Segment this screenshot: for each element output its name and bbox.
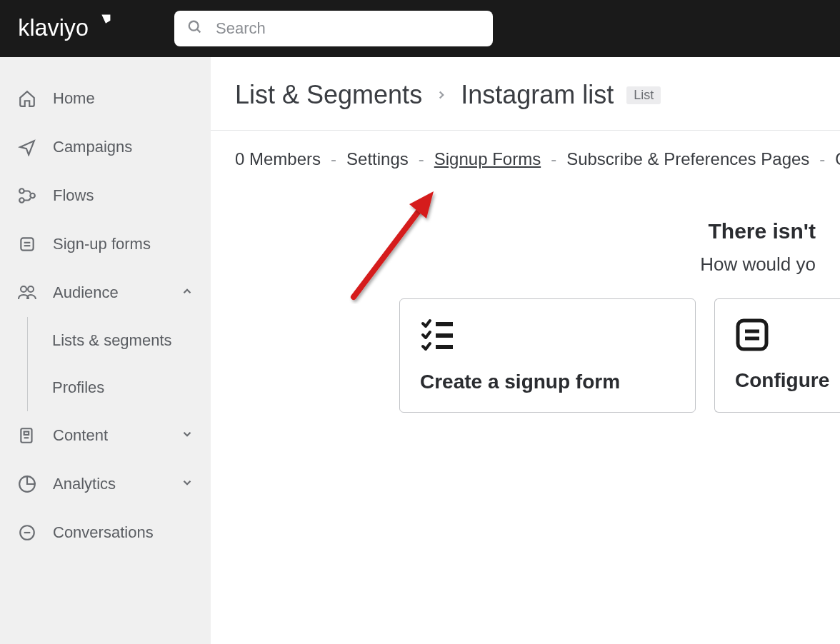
- svg-rect-17: [436, 322, 453, 326]
- send-icon: [17, 137, 37, 157]
- form-icon: [17, 234, 37, 254]
- card-configure[interactable]: Configure: [714, 298, 840, 413]
- content-icon: [17, 426, 37, 446]
- tab-separator: -: [819, 149, 825, 169]
- flow-icon: [17, 186, 37, 206]
- svg-point-11: [28, 286, 34, 292]
- sidebar-item-analytics[interactable]: Analytics: [0, 460, 211, 508]
- chat-icon: [17, 523, 37, 543]
- sidebar-item-home[interactable]: Home: [0, 74, 211, 123]
- search-box[interactable]: [174, 11, 493, 46]
- svg-point-2: [189, 21, 199, 31]
- svg-rect-20: [738, 321, 766, 349]
- sidebar-item-label: Campaigns: [53, 138, 194, 156]
- empty-state-subline: How would yo: [235, 253, 816, 276]
- card-title: Configure: [735, 369, 840, 392]
- brand-logo[interactable]: klaviyo: [11, 14, 140, 44]
- svg-point-4: [19, 188, 24, 193]
- svg-point-5: [19, 198, 24, 203]
- tab-settings[interactable]: Settings: [346, 149, 409, 169]
- card-title: Create a signup form: [420, 371, 675, 393]
- breadcrumb-root[interactable]: List & Segments: [235, 80, 422, 110]
- audience-icon: [17, 283, 37, 303]
- svg-rect-19: [436, 345, 453, 349]
- svg-point-6: [30, 193, 35, 198]
- sidebar-item-label: Flows: [53, 186, 194, 205]
- sidebar-item-label: Home: [53, 89, 194, 108]
- sidebar-audience-submenu: Lists & segments Profiles: [27, 317, 211, 411]
- home-icon: [17, 89, 37, 109]
- checklist-icon: [420, 318, 675, 356]
- chevron-right-icon: [435, 84, 448, 106]
- sidebar-subitem-label: Lists & segments: [52, 331, 172, 349]
- main-content: List & Segments Instagram list List 0 Me…: [211, 57, 840, 644]
- tab-separator: -: [551, 149, 556, 169]
- search-icon: [187, 19, 203, 38]
- tab-members[interactable]: 0 Members: [235, 149, 321, 169]
- svg-rect-7: [21, 238, 33, 250]
- sidebar-item-label: Sign-up forms: [53, 235, 194, 253]
- sidebar-item-signup-forms[interactable]: Sign-up forms: [0, 220, 211, 268]
- tab-row: 0 Members - Settings - Signup Forms - Su…: [211, 131, 840, 169]
- chevron-up-icon: [181, 283, 194, 302]
- svg-text:klaviyo: klaviyo: [18, 15, 89, 41]
- content-area: There isn't How would yo Crea: [211, 169, 840, 413]
- sidebar-item-label: Audience: [53, 283, 181, 302]
- svg-rect-18: [436, 333, 453, 338]
- search-input[interactable]: [216, 19, 480, 38]
- tab-subscribe-pages[interactable]: Subscribe & Preferences Pages: [566, 149, 809, 169]
- page-header: List & Segments Instagram list List: [211, 57, 840, 131]
- svg-line-3: [197, 29, 201, 33]
- sidebar-item-audience[interactable]: Audience: [0, 268, 211, 317]
- sidebar-item-content[interactable]: Content: [0, 411, 211, 460]
- list-type-badge: List: [626, 86, 661, 104]
- svg-rect-13: [24, 432, 29, 435]
- tab-quick-add[interactable]: Quick Add: [835, 149, 840, 169]
- tab-separator: -: [331, 149, 336, 169]
- chevron-down-icon: [181, 475, 194, 493]
- sidebar-item-label: Content: [53, 426, 181, 445]
- card-create-signup-form[interactable]: Create a signup form: [399, 298, 696, 413]
- tab-signup-forms[interactable]: Signup Forms: [434, 149, 541, 169]
- sidebar: Home Campaigns Flows: [0, 57, 211, 644]
- klaviyo-logo-icon: klaviyo: [11, 14, 140, 44]
- svg-marker-1: [101, 15, 110, 24]
- sidebar-subitem-profiles[interactable]: Profiles: [52, 364, 211, 411]
- breadcrumb-current: Instagram list: [461, 80, 614, 110]
- topbar: klaviyo: [0, 0, 840, 57]
- empty-state-headline: There isn't: [235, 219, 816, 243]
- sidebar-item-flows[interactable]: Flows: [0, 171, 211, 220]
- tab-separator: -: [419, 149, 424, 169]
- analytics-icon: [17, 474, 37, 494]
- sidebar-subitem-label: Profiles: [52, 378, 104, 396]
- option-cards: Create a signup form Configure: [235, 298, 816, 413]
- sidebar-subitem-lists-segments[interactable]: Lists & segments: [52, 317, 211, 364]
- sidebar-item-conversations[interactable]: Conversations: [0, 508, 211, 557]
- sidebar-item-label: Conversations: [53, 523, 194, 542]
- sidebar-item-campaigns[interactable]: Campaigns: [0, 123, 211, 171]
- svg-point-10: [21, 286, 26, 292]
- sidebar-item-label: Analytics: [53, 475, 181, 493]
- form-box-icon: [735, 318, 840, 355]
- chevron-down-icon: [181, 426, 194, 445]
- breadcrumb: List & Segments Instagram list List: [235, 80, 816, 110]
